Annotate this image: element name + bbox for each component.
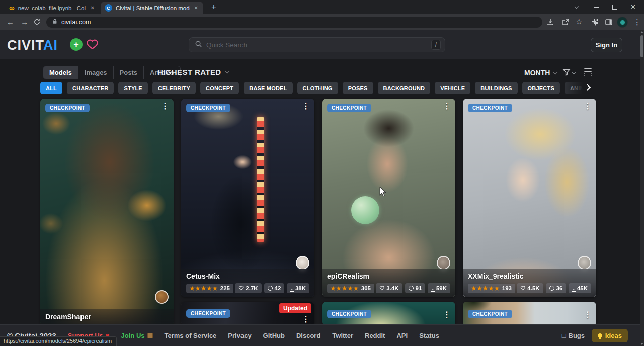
side-panel-icon[interactable] (605, 18, 613, 28)
checkpoint-badge: CHECKPOINT (327, 104, 371, 112)
card-menu-icon[interactable]: ⋮ (443, 311, 451, 319)
chip-clothing[interactable]: CLOTHING (297, 82, 338, 94)
card-menu-icon[interactable]: ⋮ (161, 102, 169, 110)
tab-close-icon[interactable]: ✕ (193, 5, 199, 11)
browser-tab-bar: ∞ new_colab_file.ipynb - Colaborat ✕ C C… (0, 0, 644, 14)
checkpoint-badge: CHECKPOINT (327, 310, 371, 318)
ideas-label: Ideas (605, 332, 622, 339)
tab-images[interactable]: Images (78, 66, 114, 79)
tab-close-icon[interactable]: ✕ (90, 5, 96, 11)
bookmark-star-icon[interactable]: ☆ (576, 17, 582, 26)
chip-poses[interactable]: POSES (343, 82, 373, 94)
checkpoint-badge: CHECKPOINT (468, 310, 512, 318)
model-card-partial[interactable]: CHECKPOINT ⋮ (463, 302, 596, 326)
rating-pill: ★★★★★ 193 (468, 284, 515, 293)
card-menu-icon[interactable]: ⋮ (584, 311, 592, 319)
card-layout-toggle[interactable] (584, 68, 592, 76)
creator-avatar[interactable] (296, 256, 309, 270)
chip-concept[interactable]: CONCEPT (200, 82, 239, 94)
footer-link-terms[interactable]: Terms of Service (165, 332, 217, 339)
browser-tab-colab[interactable]: ∞ new_colab_file.ipynb - Colaborat ✕ (5, 2, 100, 14)
tab-title: Civitai | Stable Diffusion models, (116, 5, 190, 11)
link-label: Join Us (121, 332, 145, 339)
chip-all[interactable]: ALL (40, 82, 62, 94)
chip-objects[interactable]: OBJECTS (522, 82, 560, 94)
chip-base-model[interactable]: BASE MODEL (244, 82, 292, 94)
window-maximize-button[interactable] (612, 5, 617, 10)
sign-in-button[interactable]: Sign In (591, 38, 622, 52)
download-icon: ↓ (290, 285, 293, 292)
creator-avatar[interactable] (578, 256, 591, 270)
footer-link-privacy[interactable]: Privacy (228, 332, 251, 339)
card-menu-icon[interactable]: ⋮ (302, 315, 310, 323)
rating-count: 305 (361, 285, 371, 291)
forward-button[interactable]: → (21, 18, 28, 26)
ideas-button[interactable]: Ideas (592, 329, 628, 342)
create-plus-button[interactable]: + (70, 38, 83, 51)
download-icon: ↓ (431, 285, 434, 292)
card-menu-icon[interactable]: ⋮ (302, 102, 310, 110)
window-close-button[interactable]: ✕ (630, 3, 636, 11)
card-menu-icon[interactable]: ⋮ (443, 102, 451, 110)
bugs-button[interactable]: □Bugs (562, 332, 585, 339)
download-page-icon[interactable] (546, 18, 554, 28)
address-bar[interactable]: civitai.com (46, 17, 542, 28)
chip-background[interactable]: BACKGROUND (378, 82, 431, 94)
search-input[interactable] (206, 41, 427, 49)
browser-profile-avatar[interactable] (617, 17, 628, 28)
tab-models[interactable]: Models (43, 66, 78, 79)
model-card-partial[interactable]: Updated CHECKPOINT ⋮ (181, 302, 314, 326)
back-button[interactable]: ← (7, 18, 14, 26)
sort-label-text: HIGHEST RATED (157, 68, 221, 76)
model-card-xxmix9realistic[interactable]: CHECKPOINT ⋮ XXMix_9realistic ★★★★★ 193 … (463, 99, 596, 297)
extensions-puzzle-icon[interactable] (591, 18, 599, 28)
footer-link-status[interactable]: Status (419, 332, 439, 339)
footer-link-twitter[interactable]: Twitter (332, 332, 353, 339)
comment-icon (268, 286, 273, 291)
filter-dropdown[interactable] (562, 68, 575, 76)
mouse-cursor (379, 187, 387, 199)
reload-button[interactable] (33, 18, 41, 28)
new-tab-button[interactable]: + (211, 2, 216, 12)
tab-posts[interactable]: Posts (114, 66, 144, 79)
model-card-epicrealism[interactable]: CHECKPOINT ⋮ epiCRealism ★★★★★ 305 ♡3.4K… (322, 99, 455, 297)
chip-vehicle[interactable]: VEHICLE (435, 82, 470, 94)
favorites-heart-icon[interactable] (86, 38, 99, 53)
chip-buildings[interactable]: BUILDINGS (475, 82, 517, 94)
sort-dropdown[interactable]: HIGHEST RATED (157, 68, 229, 76)
creator-avatar[interactable] (155, 290, 169, 304)
model-card-dreamshaper[interactable]: CHECKPOINT ⋮ DreamShaper (40, 99, 174, 326)
card-menu-icon[interactable]: ⋮ (584, 102, 592, 110)
updated-badge: Updated (279, 303, 311, 313)
model-card-cetus-mix[interactable]: CHECKPOINT ⋮ Cetus-Mix ★★★★★ 225 ♡2.7K 4… (181, 99, 314, 297)
model-stats: ★★★★★ 193 ♡4.5K 36 ↓45K (468, 283, 591, 293)
comment-icon (549, 286, 554, 291)
share-icon[interactable] (561, 18, 570, 28)
browser-menu-icon[interactable]: ⋮ (633, 18, 641, 27)
likes-count: 3.4K (386, 285, 398, 291)
heart-icon: ♡ (520, 285, 525, 292)
period-dropdown[interactable]: MONTH (524, 69, 557, 77)
creator-avatar[interactable] (437, 256, 450, 270)
quick-search-bar[interactable]: / (189, 37, 445, 52)
scrollbar-up-arrow[interactable] (640, 31, 643, 33)
footer-link-reddit[interactable]: Reddit (365, 332, 385, 339)
heart-icon: ♡ (238, 285, 244, 292)
chip-celebrity[interactable]: CELEBRITY (152, 82, 196, 94)
model-card-partial[interactable]: CHECKPOINT ⋮ (322, 302, 455, 326)
civitai-logo[interactable]: CIVITAI (7, 38, 58, 53)
browser-tab-civitai[interactable]: C Civitai | Stable Diffusion models, ✕ (101, 2, 203, 14)
footer-link-github[interactable]: GitHub (263, 332, 285, 339)
chip-character[interactable]: CHARACTER (67, 82, 114, 94)
scrollbar-thumb[interactable] (640, 35, 643, 57)
footer-link-discord[interactable]: Discord (296, 332, 320, 339)
footer-link-join-us[interactable]: Join Us (121, 332, 153, 339)
bug-icon: □ (562, 332, 566, 339)
tab-search-icon[interactable] (575, 5, 579, 9)
page-scrollbar[interactable] (640, 30, 644, 346)
window-minimize-button[interactable] (594, 7, 599, 8)
footer-link-api[interactable]: API (396, 332, 408, 339)
model-title: XXMix_9realistic (468, 272, 591, 280)
chip-style[interactable]: STYLE (118, 82, 147, 94)
scrollbar-down-arrow[interactable] (640, 343, 643, 345)
